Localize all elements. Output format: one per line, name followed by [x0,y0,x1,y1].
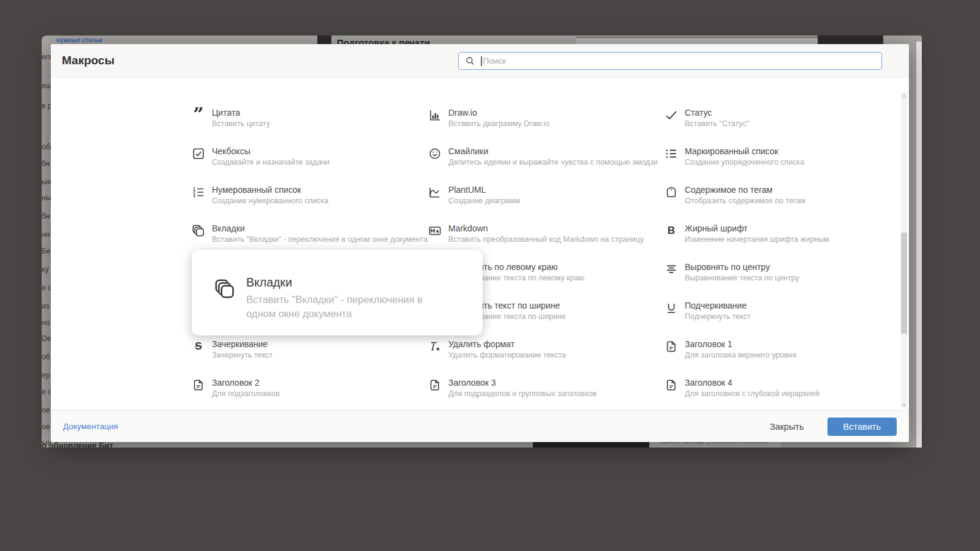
macro-item-description: Подчеркнуть текст [685,312,751,321]
macro-item-checkboxes[interactable]: ЧекбоксыСоздавайте и назначайте задачи [192,146,330,167]
quote-icon: ” [192,108,205,122]
insert-button[interactable]: Вставить [827,418,897,436]
macro-item-heading-1[interactable]: Заголовок 1Для заголовка верхнего уровня [665,339,796,360]
macro-item-drawio[interactable]: Draw.ioВставить диаграмму Draw.io [428,108,549,129]
document-icon [192,378,205,392]
background-dark-block [317,36,331,44]
macro-item-description: Для подзаголовков [212,389,280,399]
macro-item-title: Выровнять по центру [685,262,799,272]
background-text-fragment: об [42,353,51,361]
macro-item-underline[interactable]: ПодчеркиваниеПодчеркнуть текст [665,301,751,321]
background-text-fragment: е о [42,388,51,396]
macro-item-description: Изменение начертания шрифта жирным [685,235,829,244]
strikethrough-icon: S [192,340,205,353]
macro-item-title: Жирный шрифт [685,223,829,234]
macro-item-title: Смайлики [448,146,658,157]
background-dark-block [818,36,883,44]
macro-item-quote[interactable]: ”ЦитатаВставить цитату [192,108,270,129]
macro-item-description: Вставить преобразованный код Markdown на… [448,235,644,244]
macro-item-description: Зачеркнуть текст [212,351,273,360]
search-input[interactable]: Поиск [458,52,882,70]
macro-item-emoji[interactable]: СмайликиДелитесь идеями и выражайте чувс… [428,146,658,167]
macro-item-tabs[interactable]: ВкладкиВставить "Вкладки" - переключения… [192,223,428,244]
macro-item-bold[interactable]: BЖирный шрифтИзменение начертания шрифта… [665,223,829,244]
background-text-fragment: ели [42,53,51,61]
bullet-list-icon [665,147,678,160]
search-icon [465,56,475,66]
dialog-footer: Документация Закрыть Вставить [51,410,909,442]
macro-item-title: Draw.io [448,108,549,118]
tag-icon [665,186,678,199]
bar-chart-icon [428,108,442,122]
macro-item-heading-2[interactable]: Заголовок 2Для подзаголовков [192,378,280,399]
close-button[interactable]: Закрыть [766,421,808,432]
tooltip-title: Вкладки [246,276,292,290]
tooltip-description: Вставить "Вкладки" - переключения в одно… [246,293,445,321]
macro-item-description: Для заголовка верхнего уровня [685,351,796,360]
smiley-icon [428,147,442,160]
svg-text:3: 3 [193,193,195,198]
macro-item-title: Маркированный список [685,146,804,157]
background-text-fragment: в р [42,102,51,110]
scroll-up-icon[interactable]: ▲ [901,92,907,99]
scrollbar[interactable]: ▲ ▼ [901,92,907,409]
macro-item-title: Статус [685,108,749,118]
macro-item-description: Выравнивание текста по центру [685,274,799,283]
macro-item-title: Вкладки [212,223,428,234]
macro-item-content-by-tags[interactable]: Содержимое по тегамОтобразить содержимое… [665,185,805,206]
dialog-title: Макросы [62,54,115,67]
background-text-fragment: из [42,302,51,310]
macro-item-description: Создание упорядоченного списка [685,158,804,167]
tabs-icon [192,224,205,238]
macro-item-numbered-list[interactable]: 123Нумерованный списокСоздание нумерован… [192,185,328,206]
background-text-fragment: ое [42,422,51,431]
background-text-fragment: нн [42,230,51,239]
background-text-fragment: ьнь [42,178,51,186]
macro-item-description: Вставить диаграмму Draw.io [448,119,549,129]
macro-item-title: Цитата [212,108,270,118]
background-text-fragment: ку [42,265,51,274]
macro-item-title: Заголовок 4 [685,378,820,388]
macro-item-title: Заголовок 3 [448,378,597,388]
macro-item-align-center[interactable]: Выровнять по центруВыравнивание текста п… [665,262,799,283]
search-placeholder: Поиск [483,56,506,66]
macro-item-title: Markdown [448,223,644,234]
bold-icon: B [665,224,678,238]
macro-grid: ”ЦитатаВставить цитатуDraw.ioВставить ди… [51,78,909,410]
area-chart-icon [428,186,442,199]
macro-item-title: Подчеркивание [685,301,751,311]
macro-item-description: Отобразить содержимое по тегам [685,197,805,206]
dialog-header: Макросы Поиск [51,44,909,79]
macro-item-plantuml[interactable]: PlantUMLСоздание диаграмм [428,185,520,206]
check-icon [665,108,678,122]
scroll-down-icon[interactable]: ▼ [901,402,907,408]
macro-item-heading-3[interactable]: Заголовок 3Для подразделов и групповых з… [428,378,597,399]
macro-item-remove-format[interactable]: Удалить форматУдалить форматирование тек… [428,339,566,360]
macro-item-status[interactable]: СтатусВставить "Статус" [665,108,749,129]
scrollbar-thumb[interactable] [901,233,907,334]
macro-item-description: Делитесь идеями и выражайте чувства с по… [448,158,658,167]
document-icon [665,378,678,392]
macro-item-strikethrough[interactable]: SЗачеркиваниеЗачеркнуть текст [192,339,273,360]
checkbox-icon [192,147,205,160]
macro-item-title: Чекбоксы [212,146,330,157]
background-text-fragment: Бег [42,247,51,255]
macro-item-description: Вставить "Статус" [685,119,749,129]
tabs-icon [214,278,236,300]
background-text-fragment: ещ [42,81,51,90]
macro-item-title: Содержимое по тегам [685,185,805,195]
macro-item-heading-4[interactable]: Заголовок 4Для заголовков с глубокой иер… [665,378,820,399]
background-text-fragment: ое [42,406,51,414]
macro-item-title: Заголовок 1 [685,339,796,350]
macro-item-description: Создание диаграмм [448,197,520,206]
document-icon [665,340,678,353]
background-text-fragment: De [42,334,51,343]
macro-item-bullet-list[interactable]: Маркированный списокСоздание упорядоченн… [665,146,804,167]
macro-item-description: Для заголовков с глубокой иерархией [685,389,820,399]
macro-item-title: Удалить формат [448,339,566,350]
documentation-link[interactable]: Документация [63,422,118,431]
background-text-fragment: обь [42,143,51,151]
macro-item-markdown[interactable]: MarkdownВставить преобразованный код Mar… [428,223,644,244]
document-icon [428,378,442,392]
background-text-fragment: бн [42,212,51,220]
